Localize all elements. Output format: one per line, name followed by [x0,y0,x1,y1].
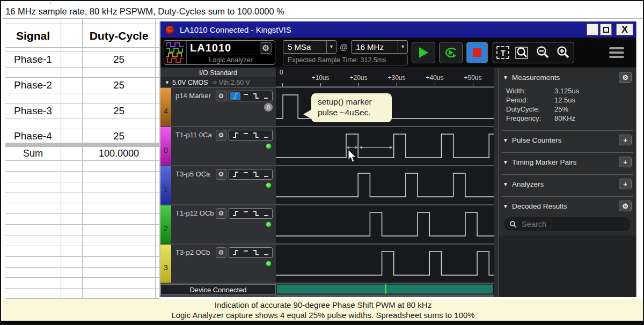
sheet-title-cell[interactable]: 16 MHz sample rate, 80 kHz PSPWM, Duty-C… [2,4,644,19]
io-standard-header[interactable]: I/O Standard [160,68,276,78]
rising-edge-trigger-icon[interactable] [230,209,240,218]
duty-cell[interactable]: 25 [83,104,156,119]
run-button[interactable] [412,42,435,63]
waveform-row-t1-p12[interactable] [276,205,494,243]
channel-color-strip[interactable]: 2 [160,205,171,243]
sum-value-cell[interactable]: 100.0000 [83,147,156,160]
sheet-empty-row[interactable] [5,225,159,235]
signal-header-cell[interactable]: Signal [5,24,61,47]
maximize-button[interactable] [600,24,612,35]
high-level-trigger-icon[interactable] [240,209,251,218]
channel-color-strip[interactable]: 1 [160,166,171,204]
sum-label-cell[interactable]: Sum [5,147,61,160]
low-level-trigger-icon[interactable] [261,248,271,257]
zoom-in-icon[interactable] [555,45,570,60]
sheet-data-row[interactable]: Phase-1 25 [5,51,159,68]
decoded-results-header[interactable]: ▼ Decoded Results ⚙ [499,197,636,215]
waveform-row-t3-p2[interactable] [276,245,494,283]
stop-button[interactable] [466,42,488,63]
loop-run-button[interactable] [439,42,463,63]
timeline[interactable]: 0+10us+20us+30us+40us+50us [276,68,494,86]
low-level-trigger-icon[interactable] [261,92,271,100]
low-level-trigger-icon[interactable] [261,131,271,139]
measurements-header[interactable]: ▼ Measurements ⚙ [499,68,636,86]
decoded-results-search[interactable] [504,217,631,231]
voltage-threshold-row[interactable]: ▼ 5.0V CMOS -> Vth:2.50 V [160,78,276,88]
falling-edge-trigger-icon[interactable] [251,131,261,139]
sheet-empty-row[interactable] [5,278,159,289]
sheet-empty-row[interactable] [5,289,159,299]
signal-cell[interactable]: Phase-2 [5,78,61,93]
minimize-button[interactable]: _ [587,24,598,35]
low-level-trigger-icon[interactable] [261,209,271,218]
channel-color-strip[interactable]: 3 [160,245,171,283]
waveform-vertical-scrollbar[interactable] [494,68,498,297]
channel-gear-icon[interactable]: ⚙ [216,247,226,258]
channel-row-p14-marker[interactable]: 4 p14 Marker ⚙ 0 [160,88,276,126]
sheet-empty-row[interactable] [5,68,159,78]
falling-edge-trigger-icon[interactable] [251,248,261,257]
sheet-empty-row[interactable] [5,93,159,104]
channel-color-strip[interactable]: 0 [160,127,171,165]
falling-edge-trigger-icon[interactable] [251,170,261,179]
rate-dropdown[interactable]: 16 MHz ▼ [351,40,408,54]
channel-row-t1-p12[interactable]: 2 T1-p12 OCb ⚙ [160,205,276,243]
signal-cell[interactable]: Phase-4 [5,129,61,143]
close-button[interactable]: X [616,24,633,35]
analyzers-header[interactable]: ▼ Analyzers + [499,175,636,193]
sheet-empty-row[interactable] [5,119,159,129]
channel-gear-icon[interactable]: ⚙ [216,130,226,141]
samples-dropdown[interactable]: 5 MSa ▼ [283,40,336,54]
window-titlebar[interactable]: LA1010 Connected - KingstVIS _ X [160,21,636,38]
decoded-results-gear-icon[interactable]: ⚙ [619,201,632,211]
channel-row-t3-p5[interactable]: 1 T3-p5 OCa ⚙ [160,166,276,204]
device-settings-gear-icon[interactable]: ⚙ [260,42,272,54]
rising-edge-trigger-icon[interactable] [230,92,240,100]
channel-gear-icon[interactable]: ⚙ [216,169,226,180]
capture-overview-bar[interactable] [276,284,494,294]
falling-edge-trigger-icon[interactable] [251,209,261,218]
falling-edge-trigger-icon[interactable] [251,92,261,100]
sheet-empty-row[interactable] [5,235,159,246]
sheet-empty-row[interactable] [5,172,159,182]
channel-gear-icon[interactable]: ⚙ [216,91,226,101]
channel-gear-icon[interactable]: ⚙ [216,208,226,219]
duty-cell[interactable]: 25 [83,51,156,67]
sheet-data-row[interactable]: Phase-3 25 [5,104,159,119]
timing-marker-pairs-header[interactable]: ▼ Timing Marker Pairs + [499,153,636,171]
sheet-empty-row[interactable] [5,257,159,268]
measurements-gear-icon[interactable]: ⚙ [619,72,632,83]
add-pulse-counter-button[interactable]: + [619,135,632,145]
search-input[interactable] [521,219,617,229]
menu-button[interactable] [609,47,624,58]
zoom-out-icon[interactable] [535,45,550,60]
high-level-trigger-icon[interactable] [240,170,251,179]
sheet-empty-row[interactable] [5,203,159,214]
add-timing-marker-button[interactable]: + [619,157,632,167]
rising-edge-trigger-icon[interactable] [230,170,240,179]
overview-position-marker[interactable] [385,284,386,294]
low-level-trigger-icon[interactable] [261,170,271,179]
zoom-region-icon[interactable] [515,45,530,60]
rising-edge-trigger-icon[interactable] [230,248,240,257]
sheet-empty-row[interactable] [5,19,159,24]
high-level-trigger-icon[interactable] [240,131,251,139]
sheet-empty-row[interactable] [5,48,159,51]
channel-color-strip[interactable]: 4 [160,88,171,126]
sheet-header-row[interactable]: Signal Duty-Cycle [5,24,159,48]
signal-cell[interactable]: Phase-3 [5,104,61,119]
sheet-sum-row[interactable]: Sum 100.0000 [5,147,159,161]
duty-cell[interactable]: 25 [83,129,156,143]
sheet-empty-row[interactable] [5,246,159,257]
pulse-counters-header[interactable]: ▼ Pulse Counters + [499,131,636,149]
high-level-trigger-icon[interactable] [240,92,251,100]
high-level-trigger-icon[interactable] [240,248,251,257]
duty-header-cell[interactable]: Duty-Cycle [83,24,156,47]
text-marker-tool-icon[interactable]: T [496,46,509,59]
sheet-empty-row[interactable] [5,214,159,225]
channel-row-t3-p2[interactable]: 3 T3-p2 OCb ⚙ [160,245,276,283]
waveform-row-t1-p11[interactable] [276,127,494,165]
sheet-empty-row[interactable] [5,161,159,172]
rising-edge-trigger-icon[interactable] [230,131,240,139]
waveform-row-t3-p5[interactable] [276,166,494,204]
